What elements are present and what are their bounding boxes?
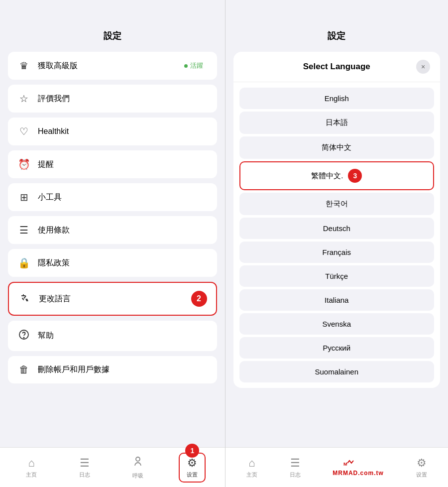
right-home-icon: ⌂ [248,457,255,470]
lock-icon: 🔒 [17,257,31,269]
svg-point-1 [23,337,24,338]
menu-item-reminder[interactable]: ⏰ 提醒 [8,150,217,178]
right-dialog-area: Select Language × English 日本語 简体中文 繁體中文.… [225,52,448,447]
language-dialog: Select Language × English 日本語 简体中文 繁體中文.… [233,52,441,388]
home-icon: ⌂ [28,457,35,470]
lang-turkish[interactable]: Türkçe [239,265,435,287]
menu-item-help[interactable]: 幫助 [8,321,217,351]
right-settings-icon: ⚙ [417,457,427,470]
log-icon: ☰ [80,457,90,470]
svg-text:M: M [343,462,347,467]
alarm-icon: ⏰ [17,158,31,170]
menu-item-widget[interactable]: ⊞ 小工具 [8,183,217,211]
lang-russian[interactable]: Русский [239,337,435,359]
healthkit-label: Healthkit [38,127,69,136]
left-panel: 設定 ♛ 獲取高級版 活躍 ☆ 評價我們 ♡ Healthkit ⏰ 提醒 ⊞ [0,0,225,487]
right-tab-log[interactable]: ☰ 日志 [283,454,308,482]
svg-point-2 [136,457,140,461]
menu-item-delete[interactable]: 🗑 刪除帳戶和用戶數據 [8,356,217,383]
left-tab-log[interactable]: ☰ 日志 [72,454,97,482]
rate-label: 評價我們 [38,94,70,104]
watermark-text: MRMAD.com.tw [333,470,384,477]
watermark-area: M MRMAD.com.tw [326,455,391,480]
breathe-icon [132,456,144,471]
help-icon [17,329,31,343]
lang-simplified[interactable]: 简体中文 [239,136,435,159]
dialog-header: Select Language × [233,52,441,82]
reminder-label: 提醒 [38,159,54,170]
premium-label: 獲取高級版 [38,61,78,71]
lang-english[interactable]: English [239,88,435,109]
right-tab-settings[interactable]: ⚙ 设置 [409,454,434,482]
right-panel: 設定 Select Language × English 日本語 简体中文 繁體… [225,0,448,487]
language-list: English 日本語 简体中文 繁體中文. 3 한국어 Deutsch Fra… [233,82,441,388]
delete-label: 刪除帳戶和用戶數據 [38,365,110,375]
menu-item-healthkit[interactable]: ♡ Healthkit [8,118,217,145]
crown-icon: ♛ [17,60,31,72]
dialog-title: Select Language [257,62,417,72]
step-1-badge: 1 [185,444,199,458]
close-button[interactable]: × [416,60,430,74]
menu-item-rate[interactable]: ☆ 評價我們 [8,85,217,113]
right-page-title: 設定 [225,0,448,52]
lang-italian[interactable]: Italiana [239,289,435,311]
step-3-badge: 3 [348,169,362,183]
lang-deutsch[interactable]: Deutsch [239,218,435,239]
doc-icon: ☰ [17,224,31,236]
menu-item-language[interactable]: 更改語言 2 [8,282,217,316]
translate-icon [18,292,32,306]
lang-finnish[interactable]: Suomalainen [239,361,435,382]
step-2-badge: 2 [191,291,207,307]
menu-item-privacy[interactable]: 🔒 隱私政策 [8,249,217,277]
right-log-icon: ☰ [290,457,300,470]
heart-icon: ♡ [17,125,31,137]
left-menu-list: ♛ 獲取高級版 活躍 ☆ 評價我們 ♡ Healthkit ⏰ 提醒 ⊞ 小工具 [0,52,225,447]
left-tab-breathe[interactable]: 呼吸 [125,453,151,483]
lang-french[interactable]: Français [239,242,435,263]
left-tab-bar: ⌂ 主页 ☰ 日志 呼吸 1 ⚙ 设置 [0,447,225,487]
lang-swedish[interactable]: Svenska [239,313,435,335]
star-icon: ☆ [17,93,31,105]
widget-label: 小工具 [38,192,62,203]
right-tab-home[interactable]: ⌂ 主页 [239,454,264,482]
left-page-title: 設定 [0,0,225,52]
lang-japanese[interactable]: 日本語 [239,112,435,134]
help-label: 幫助 [38,331,54,341]
brand-logo-icon: M [343,458,373,468]
trash-icon: 🗑 [17,364,31,375]
settings-icon: ⚙ [187,457,197,470]
lang-traditional[interactable]: 繁體中文. 3 [239,161,435,190]
widget-icon: ⊞ [17,191,31,203]
active-badge: 活躍 [179,60,208,72]
badge-dot [184,64,188,68]
privacy-label: 隱私政策 [38,258,70,268]
left-tab-settings[interactable]: 1 ⚙ 设置 [179,453,206,483]
lang-korean[interactable]: 한국어 [239,193,435,215]
menu-item-terms[interactable]: ☰ 使用條款 [8,216,217,244]
left-tab-home[interactable]: ⌂ 主页 [19,454,44,482]
terms-label: 使用條款 [38,225,70,236]
menu-item-premium[interactable]: ♛ 獲取高級版 活躍 [8,52,217,80]
language-label: 更改語言 [39,294,71,304]
right-tab-bar: ⌂ 主页 ☰ 日志 M MRMAD.com.tw ⚙ 设置 [225,447,448,487]
